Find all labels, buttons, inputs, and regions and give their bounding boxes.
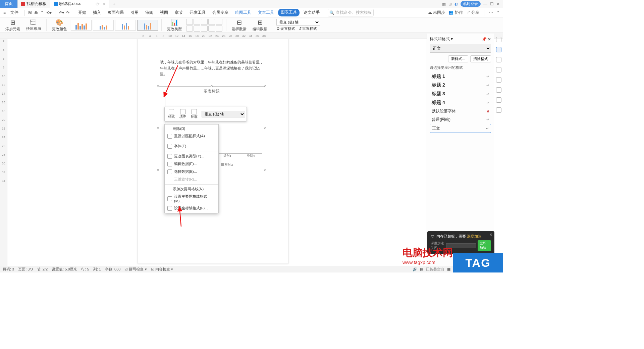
chart-style-2[interactable] (93, 20, 114, 31)
style-default-para-font[interactable]: 默认段落字体a (430, 107, 491, 115)
reset-style-button[interactable]: ↺重置样式 (299, 26, 317, 31)
speaker-icon[interactable]: 🔊 (413, 267, 417, 271)
resize-handle[interactable] (211, 85, 213, 87)
login-badge[interactable]: 临时登录 (461, 1, 481, 7)
resize-handle[interactable] (264, 127, 266, 129)
status-row[interactable]: 行: 5 (81, 267, 89, 272)
redo-icon[interactable]: ↷ (66, 10, 69, 15)
tab-add[interactable]: + (109, 1, 119, 7)
tab-chart-tools[interactable]: 图表工具 (278, 9, 300, 16)
sync-status[interactable]: ☁ 未同步 (428, 10, 445, 15)
resize-handle[interactable] (264, 169, 266, 171)
chart-btn-10[interactable] (216, 26, 222, 32)
chart-btn-2[interactable] (194, 19, 200, 25)
minimize-icon[interactable]: — (483, 2, 487, 6)
tab-view[interactable]: 视图 (157, 9, 171, 16)
strip-icon-4[interactable] (496, 67, 501, 72)
clear-format-button[interactable]: 清除格式 (470, 55, 491, 62)
tab-section[interactable]: 章节 (172, 9, 185, 16)
style-body-selected[interactable]: 正文↵ (430, 124, 491, 133)
tab-text-tools[interactable]: 文本工具 (255, 9, 277, 16)
close-icon[interactable]: ⟳ (96, 1, 100, 7)
view-mode-icon[interactable]: ▤ (420, 267, 423, 271)
tab-draw-tools[interactable]: 绘图工具 (232, 9, 254, 16)
set-format-button[interactable]: ⚙设置格式 (276, 26, 295, 31)
style-normal-web[interactable]: 普通(网站)↵ (430, 115, 491, 124)
tab-document[interactable]: 盼望着.docx ⟳ × (50, 0, 109, 8)
status-position[interactable]: 设置值: 5.8厘米 (52, 267, 77, 272)
tab-insert[interactable]: 插入 (90, 9, 104, 16)
ribbon-select-data[interactable]: ⊟ 选择数据 (230, 19, 249, 32)
panel-close-icon[interactable]: ✕ (488, 37, 491, 42)
ribbon-add-element[interactable]: ⊞ 添加元素 (3, 19, 22, 32)
axis-select[interactable]: 垂直 (值) 轴 (276, 19, 320, 26)
status-spellcheck[interactable]: ☑ 拼写检查 ▾ (124, 267, 147, 272)
style-heading-2[interactable]: 标题 2↵ (430, 81, 491, 90)
ribbon-change-color[interactable]: 🎨 更改颜色 (50, 19, 69, 32)
tab-dev[interactable]: 开发工具 (187, 9, 208, 16)
refresh-icon[interactable]: ⟲▾ (46, 10, 52, 15)
resize-handle[interactable] (157, 169, 159, 171)
chart-btn-4[interactable] (208, 19, 215, 25)
undo-icon[interactable]: ↶▾ (59, 10, 64, 15)
chart-btn-9[interactable] (208, 26, 215, 32)
strip-icon-3[interactable] (496, 57, 501, 62)
more-icon[interactable]: ⋯ (489, 10, 493, 15)
mini-fill-button[interactable]: 填充 (177, 108, 188, 120)
share-button[interactable]: ↗ 分享 (466, 10, 479, 15)
file-menu[interactable]: 文件 (8, 9, 21, 16)
strip-icon-7[interactable] (496, 97, 501, 103)
tab-thesis[interactable]: 论文助手 (301, 9, 322, 16)
style-heading-4[interactable]: 标题 4↵ (430, 98, 491, 107)
chart-style-3[interactable] (115, 20, 136, 31)
ribbon-change-type[interactable]: 📊 更改类型 (165, 19, 184, 32)
strip-icon-8[interactable] (496, 107, 501, 113)
mini-style-button[interactable]: 样式 (166, 108, 177, 120)
ctx-add-minor-grid[interactable]: 添加次要网格线(N) (165, 186, 218, 193)
ribbon-edit-data[interactable]: ⊞ 编辑数据 (251, 19, 269, 32)
status-page-of[interactable]: 页面: 3/3 (18, 267, 33, 272)
resize-handle[interactable] (157, 85, 159, 87)
ctx-reset-style[interactable]: 重设以匹配样式(A) (165, 132, 218, 140)
user-icon[interactable]: ◐ (454, 2, 458, 6)
ctx-change-chart-type[interactable]: 更改图表类型(Y)... (165, 152, 218, 160)
chart-style-1[interactable] (71, 20, 92, 31)
ctx-axis-format[interactable]: 设置坐标轴格式(F)... (165, 204, 218, 212)
style-heading-1[interactable]: 标题 1↵ (430, 72, 491, 81)
chart-btn-6[interactable] (186, 26, 193, 32)
toast-close-icon[interactable]: ✕ (489, 233, 492, 237)
resize-handle[interactable] (157, 127, 159, 129)
expand-icon[interactable]: ⌃ (496, 10, 500, 15)
ctx-font[interactable]: 字体(F)... (165, 142, 218, 150)
ctx-edit-data[interactable]: 编辑数据(E)... (165, 160, 218, 168)
tab-home[interactable]: 首页 (0, 0, 18, 8)
strip-icon-1[interactable] (496, 37, 501, 42)
chart-style-4[interactable] (137, 20, 158, 31)
status-content-check[interactable]: ☑ 内容检查 ▾ (151, 267, 173, 272)
chart-btn-5[interactable] (216, 19, 222, 25)
preview-icon[interactable]: 🗋 (40, 10, 44, 15)
save-icon[interactable]: 🖫 (28, 10, 32, 15)
tab-review[interactable]: 审阅 (143, 9, 156, 16)
grid-icon[interactable]: ▦ (442, 2, 446, 6)
status-words[interactable]: 字数: 888 (105, 267, 120, 272)
style-heading-3[interactable]: 标题 3↵ (430, 90, 491, 98)
strip-icon-5[interactable] (496, 77, 501, 83)
strip-icon-6[interactable] (496, 87, 501, 93)
current-style-select[interactable]: 正文 (430, 44, 491, 53)
toast-link[interactable]: 深度加速 (467, 234, 482, 238)
collaborate-button[interactable]: 👥 协作 (448, 10, 463, 15)
mini-outline-button[interactable]: 轮廓 (189, 108, 200, 120)
print-icon[interactable]: 🖶 (34, 10, 38, 15)
chart-btn-7[interactable] (194, 26, 200, 32)
chart-title[interactable]: 图表标题 (158, 87, 265, 94)
chart-btn-8[interactable] (201, 26, 208, 32)
status-section[interactable]: 节: 2/2 (37, 267, 48, 272)
search-box[interactable]: 🔍 查找命令、搜索模板 (328, 9, 374, 16)
ctx-major-gridlines[interactable]: 设置主要网格线格式(M)... (165, 193, 218, 204)
toast-action-button[interactable]: 立即加速 (478, 240, 491, 251)
chart-btn-1[interactable] (186, 19, 193, 25)
resize-handle[interactable] (264, 85, 266, 87)
status-collapsed[interactable]: 已折叠空白 (426, 267, 444, 272)
status-page-num[interactable]: 页码: 3 (3, 267, 14, 272)
